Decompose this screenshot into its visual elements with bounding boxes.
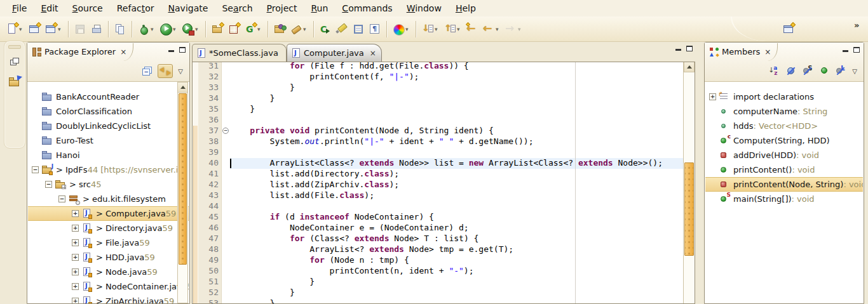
tree-item-nodecontainer.java[interactable]: +J> NodeContainer.java 59 [28,279,189,294]
line-number[interactable]: 51 [198,277,221,287]
new-button[interactable]: ▾ [4,20,25,39]
expander-expand-icon[interactable]: + [72,254,79,261]
member-item-computer[interactable]: +cComputer(String, HDD) [705,133,863,148]
expander-collapse-icon[interactable]: − [45,181,52,188]
tree-item-file.java[interactable]: +J> File.java 59 [28,235,189,250]
package-explorer-scrollbar[interactable] [177,82,188,303]
member-item-hdds[interactable]: +hdds : Vector<HDD> [705,119,863,133]
line-number[interactable]: 38 [198,136,221,147]
code-line-39[interactable] [230,147,683,158]
code-line-44[interactable] [230,201,683,212]
editor-scrollbar[interactable] [683,62,695,303]
last-edit-location-button[interactable]: ← [465,20,480,39]
line-number[interactable]: 50 [198,266,221,277]
code-line-40[interactable]: ArrayList<Class<? extends Node>> list = … [230,158,683,169]
line-number[interactable]: 43 [198,190,221,201]
menu-search[interactable]: Search [215,1,259,16]
line-number[interactable]: 35 [198,104,221,115]
line-number[interactable]: 46 [198,223,221,234]
code-line-49[interactable]: for (Node n : tmp) { [230,255,683,266]
menu-help[interactable]: Help [449,1,483,16]
menu-project[interactable]: Project [260,1,304,16]
member-item-printcontent[interactable]: +printContent(Node, String) : void [705,177,863,192]
restore-panel-button[interactable] [8,55,22,69]
fold-collapse-icon[interactable]: − [222,128,229,134]
menu-source[interactable]: Source [65,1,110,16]
menu-edit[interactable]: Edit [34,1,65,16]
collapse-all-button[interactable]: − [140,65,154,77]
line-number[interactable]: 47 [198,234,221,244]
new-view-button[interactable]: ▾ [43,20,64,39]
coverage-button[interactable]: C [318,20,333,39]
search-button[interactable]: ▾ [288,20,309,39]
hide-local-types-button[interactable]: L [834,65,847,77]
view-menu-button[interactable]: ▽ [851,68,858,75]
close-icon[interactable]: × [370,49,376,58]
expander-expand-icon[interactable]: + [709,93,716,100]
code-line-37[interactable]: private void printContent(Node d, String… [230,126,683,136]
code-line-34[interactable]: } [230,93,683,104]
line-number[interactable]: 34 [198,93,221,104]
run-external-button[interactable]: ▾ [180,20,201,39]
mark-occurrences-button[interactable] [334,20,349,39]
menu-navigate[interactable]: Navigate [161,1,215,16]
minimize-button[interactable] [843,45,848,52]
member-item-printcontent[interactable]: +printContent() : void [705,162,863,177]
folding-ruler[interactable]: − [222,62,230,303]
line-number[interactable]: 32 [198,72,221,83]
code-line-31[interactable]: for (File f : hdd.get(File.class)) { [230,62,683,72]
show-whitespace-button[interactable]: ¶ [367,20,383,39]
close-icon[interactable]: × [120,48,126,56]
hide-static-button[interactable]: S [801,65,814,77]
dropdown-arrow-icon[interactable]: ▾ [435,26,440,32]
new-wizard-grid-button[interactable] [226,20,241,39]
open-perspective-button[interactable] [781,20,796,39]
expander-collapse-icon[interactable]: − [58,195,65,202]
scrollbar-thumb[interactable] [684,162,694,256]
view-menu-button[interactable]: ▽ [177,68,184,75]
print-button[interactable] [89,20,104,39]
package-explorer-tab[interactable]: Package Explorer × [27,43,133,61]
back-button[interactable]: ←▾ [481,20,502,39]
line-number[interactable]: 41 [198,169,221,180]
dropdown-arrow-icon[interactable]: ▾ [173,26,178,32]
code-line-51[interactable]: } [230,277,683,287]
code-area[interactable]: for (File f : hdd.get(File.class)) { pri… [230,62,683,303]
code-line-36[interactable] [230,115,683,126]
dropdown-arrow-icon[interactable]: ▾ [457,26,462,32]
code-line-38[interactable]: System.out.println("|-" + ident + " " + … [230,136,683,147]
scroll-up-button[interactable] [178,83,187,93]
show-block-button[interactable] [351,20,366,39]
tree-item-ipdfs[interactable]: −J> IpdFs 44 [https://svnserver.i [28,162,189,177]
dropdown-arrow-icon[interactable]: ▾ [19,26,24,32]
line-number[interactable]: 40 [198,158,221,169]
tree-item-computer.java[interactable]: +J> Computer.java 59 [28,206,189,221]
code-line-52[interactable]: } [230,287,683,298]
code-line-46[interactable]: NodeContainer e = (NodeContainer) d; [230,223,683,234]
minimize-button[interactable] [168,45,174,52]
line-number[interactable]: 36 [198,115,221,126]
tree-item-node.java[interactable]: +J> Node.java 59 [28,265,189,279]
show-public-button[interactable] [818,65,831,77]
hide-fields-button[interactable] [785,65,797,77]
menu-refactor[interactable]: Refactor [110,1,161,16]
tree-item-doublylinkedcycliclist[interactable]: +DoublyLinkedCyclicList [28,119,189,133]
tree-item-hanoi[interactable]: +Hanoi [28,148,189,162]
dropdown-arrow-icon[interactable]: ▾ [518,26,523,32]
line-number[interactable]: 44 [198,201,221,212]
code-line-48[interactable]: ArrayList<? extends Node> tmp = e.get(T)… [230,244,683,255]
tree-item-directory.java[interactable]: +J> Directory.java 59 [28,221,189,235]
debug-button[interactable]: ▾ [136,20,157,39]
line-number[interactable]: 33 [198,83,221,93]
menu-window[interactable]: Window [400,1,449,16]
code-line-53[interactable]: } [230,298,683,303]
tree-item-hdd.java[interactable]: +J> HDD.java 59 [28,250,189,265]
code-line-32[interactable]: printContent(f, "|-"); [230,72,683,83]
color-wheel-button[interactable]: ▾ [391,20,412,39]
new-wizard-folder-button[interactable] [210,20,225,39]
line-number[interactable]: 42 [198,180,221,190]
tree-item-edu.kit.filesystem[interactable]: −> edu.kit.filesystem [28,192,189,206]
code-line-50[interactable]: printContent(n, ident + "-"); [230,266,683,277]
scroll-up-button[interactable] [684,62,695,72]
line-number[interactable]: 45 [198,212,221,223]
